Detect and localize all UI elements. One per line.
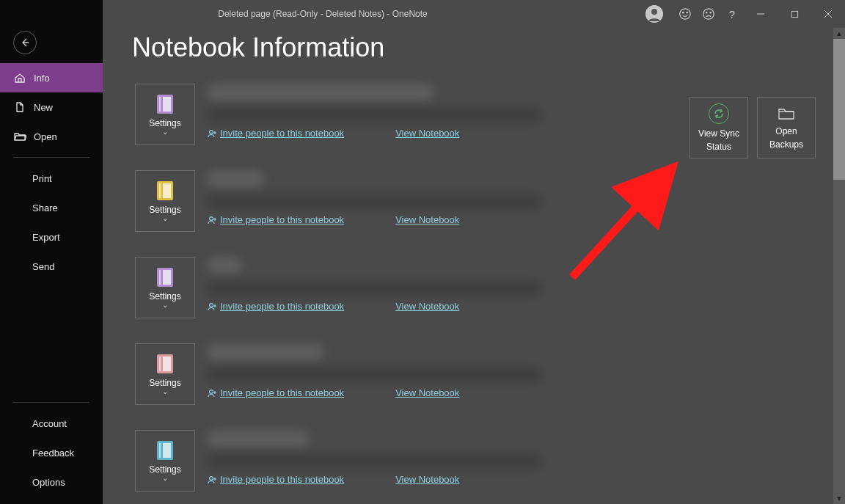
- sidebar-item-label: Send: [32, 261, 54, 272]
- sidebar-item-share[interactable]: Share: [0, 193, 103, 222]
- invite-link[interactable]: Invite people to this notebook: [207, 214, 344, 225]
- notebook-icon: [157, 95, 173, 114]
- title-bar: Deleted page (Read-Only - Deleted Notes)…: [0, 0, 845, 28]
- notebook-links: Invite people to this notebookView Noteb…: [207, 387, 541, 398]
- home-icon: [13, 71, 26, 84]
- folder-icon: [777, 106, 796, 122]
- notebook-settings-button[interactable]: Settings⌄: [135, 430, 195, 492]
- person-add-icon: [207, 215, 217, 225]
- sync-icon: [709, 103, 729, 124]
- svg-point-3: [683, 12, 684, 12]
- vertical-scrollbar[interactable]: ▲ ▼: [833, 28, 845, 504]
- view-sync-status-button[interactable]: View Sync Status: [689, 97, 748, 158]
- notebook-settings-button[interactable]: Settings⌄: [135, 343, 195, 405]
- user-avatar[interactable]: [645, 5, 663, 23]
- sidebar-item-send[interactable]: Send: [0, 252, 103, 281]
- notebook-icon: [157, 354, 173, 373]
- sidebar-item-open[interactable]: Open: [0, 122, 103, 151]
- notebook-info: Invite people to this notebookView Noteb…: [207, 84, 541, 139]
- view-notebook-link[interactable]: View Notebook: [395, 301, 459, 312]
- view-notebook-link[interactable]: View Notebook: [395, 128, 459, 139]
- smile-icon[interactable]: [673, 0, 697, 28]
- notebook-icon: [157, 441, 173, 460]
- settings-label: Settings: [149, 205, 180, 215]
- notebook-links: Invite people to this notebookView Noteb…: [207, 128, 541, 139]
- notebook-links: Invite people to this notebookView Noteb…: [207, 474, 541, 485]
- invite-link[interactable]: Invite people to this notebook: [207, 474, 344, 485]
- invite-link[interactable]: Invite people to this notebook: [207, 387, 344, 398]
- help-icon[interactable]: ?: [720, 0, 744, 28]
- notebook-path-redacted: [207, 455, 541, 468]
- svg-point-5: [703, 9, 714, 19]
- sidebar-item-print[interactable]: Print: [0, 164, 103, 193]
- notebook-icon: [157, 181, 173, 200]
- sidebar-separator: [13, 402, 89, 403]
- notebook-info: Invite people to this notebookView Noteb…: [207, 430, 541, 485]
- backups-label-2: Backups: [769, 139, 803, 150]
- sidebar-item-options[interactable]: Options: [0, 467, 103, 497]
- notebook-name-redacted: [207, 343, 324, 361]
- svg-point-1: [651, 9, 657, 15]
- sad-icon[interactable]: [697, 0, 720, 28]
- notebook-info: Invite people to this notebookView Noteb…: [207, 257, 541, 312]
- notebook-row: Settings⌄Invite people to this notebookV…: [135, 430, 833, 492]
- back-button[interactable]: [13, 31, 37, 54]
- view-notebook-link[interactable]: View Notebook: [395, 387, 459, 398]
- close-button[interactable]: [811, 0, 845, 28]
- notebook-path-redacted: [207, 282, 541, 295]
- notebook-row: Settings⌄Invite people to this notebookV…: [135, 170, 833, 232]
- notebook-path-redacted: [207, 109, 541, 122]
- maximize-button[interactable]: [778, 0, 811, 28]
- svg-point-12: [210, 130, 213, 134]
- svg-point-2: [680, 9, 690, 19]
- chevron-down-icon: ⌄: [162, 303, 168, 307]
- scroll-down-icon[interactable]: ▼: [833, 493, 845, 504]
- notebook-settings-button[interactable]: Settings⌄: [135, 84, 195, 145]
- sidebar-item-new[interactable]: New: [0, 92, 103, 122]
- invite-link[interactable]: Invite people to this notebook: [207, 128, 344, 139]
- sidebar-item-label: Print: [32, 173, 52, 184]
- chevron-down-icon: ⌄: [162, 216, 168, 221]
- sidebar-item-feedback[interactable]: Feedback: [0, 438, 103, 467]
- notebook-path-redacted: [207, 368, 541, 381]
- svg-point-7: [710, 12, 711, 12]
- chevron-down-icon: ⌄: [162, 390, 168, 394]
- sidebar-item-account[interactable]: Account: [0, 409, 103, 438]
- notebook-info: Invite people to this notebookView Noteb…: [207, 343, 541, 398]
- sidebar-item-info[interactable]: Info: [0, 63, 103, 92]
- settings-label: Settings: [149, 464, 180, 475]
- minimize-button[interactable]: [744, 0, 778, 28]
- notebook-links: Invite people to this notebookView Noteb…: [207, 214, 541, 225]
- settings-label: Settings: [149, 291, 180, 302]
- sidebar-item-label: Options: [32, 477, 65, 488]
- notebook-name-redacted: [207, 170, 264, 188]
- sync-label-2: Status: [706, 142, 731, 152]
- scroll-up-icon[interactable]: ▲: [833, 28, 845, 39]
- view-notebook-link[interactable]: View Notebook: [395, 474, 459, 485]
- sidebar-separator: [13, 157, 89, 158]
- invite-link[interactable]: Invite people to this notebook: [207, 301, 344, 312]
- chevron-down-icon: ⌄: [162, 476, 168, 481]
- scrollbar-thumb[interactable]: [833, 39, 845, 180]
- sidebar-item-label: Export: [32, 232, 60, 243]
- notebook-settings-button[interactable]: Settings⌄: [135, 170, 195, 232]
- notebook-settings-button[interactable]: Settings⌄: [135, 257, 195, 318]
- notebook-info: Invite people to this notebookView Noteb…: [207, 170, 541, 225]
- sync-label-1: View Sync: [698, 128, 739, 139]
- person-add-icon: [207, 128, 217, 139]
- chevron-down-icon: ⌄: [162, 130, 168, 134]
- notebook-name-redacted: [207, 84, 434, 101]
- sidebar-item-export[interactable]: Export: [0, 222, 103, 252]
- sidebar-item-label: Info: [34, 73, 50, 84]
- view-notebook-link[interactable]: View Notebook: [395, 214, 459, 225]
- open-icon: [13, 130, 26, 143]
- person-add-icon: [207, 475, 217, 485]
- person-add-icon: [207, 302, 217, 312]
- notebook-links: Invite people to this notebookView Noteb…: [207, 301, 541, 312]
- page-title: Notebook Information: [132, 32, 833, 63]
- settings-label: Settings: [149, 378, 180, 388]
- backstage-sidebar: InfoNewOpen PrintShareExportSend Account…: [0, 0, 103, 504]
- notebook-row: Settings⌄Invite people to this notebookV…: [135, 257, 833, 318]
- sidebar-item-label: New: [34, 102, 53, 113]
- open-backups-button[interactable]: Open Backups: [757, 97, 816, 158]
